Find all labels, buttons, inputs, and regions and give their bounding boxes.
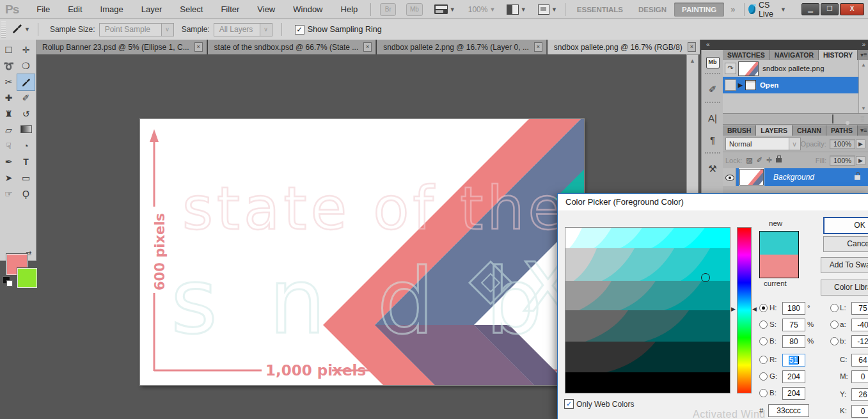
fill-value[interactable]: 100%	[830, 155, 855, 166]
doc-tab-sndbox-pallete[interactable]: sndbox pallete.png @ 16.7% (RGB/8) ×	[548, 40, 700, 54]
close-icon[interactable]: ×	[363, 42, 372, 52]
workspace-overflow-chevrons[interactable]: »	[724, 4, 740, 14]
lab-b-radio[interactable]	[830, 337, 839, 345]
chevron-down-icon[interactable]: ▼	[489, 6, 495, 13]
menu-view[interactable]: View	[248, 4, 284, 14]
history-source-checkbox[interactable]	[725, 79, 736, 91]
zoom-level[interactable]: 100%	[468, 5, 488, 14]
resize-grip[interactable]: ░	[860, 115, 864, 123]
b-radio[interactable]	[759, 337, 768, 345]
zoom-tool-icon[interactable]: Ϙ	[17, 186, 35, 202]
launch-mini-bridge-button[interactable]: Mb	[406, 3, 422, 16]
b2-input[interactable]: 204	[782, 387, 805, 400]
history-brush-source-icon[interactable]: ↷	[725, 63, 736, 74]
b2-radio[interactable]	[759, 389, 768, 397]
tab-brush[interactable]: BRUSH	[723, 125, 756, 136]
launch-bridge-button[interactable]: Br	[380, 3, 396, 16]
screen-mode-icon[interactable]	[538, 4, 549, 15]
history-snapshot-row[interactable]: ↷ sndbox pallete.png	[723, 60, 868, 77]
collapse-dock-icon[interactable]: «	[706, 40, 709, 50]
hue-slider[interactable]	[737, 227, 752, 393]
tab-layers[interactable]: LAYERS	[756, 125, 793, 136]
hue-slider-left-arrow-icon[interactable]: ▶	[731, 306, 736, 312]
layer-row-background[interactable]: Background	[723, 168, 868, 186]
m-input[interactable]: 0	[851, 370, 868, 383]
lock-all-icon[interactable]	[776, 158, 782, 162]
expand-dock-icon[interactable]: »	[862, 40, 864, 50]
r-input[interactable]: 51	[782, 354, 805, 367]
gradient-tool-icon[interactable]	[17, 122, 35, 138]
rectangle-tool-icon[interactable]: ▭	[17, 170, 35, 186]
color-field[interactable]	[565, 227, 730, 393]
y-input[interactable]: 26	[851, 388, 868, 401]
eyedropper-icon[interactable]	[12, 24, 22, 36]
doc-tab-sndbox-pallete-2[interactable]: sndbox pallete 2.png @ 16.7% (Layer 0, .…	[377, 40, 547, 54]
chevron-down-icon[interactable]: ▼	[551, 6, 557, 13]
c-input[interactable]: 64	[851, 354, 868, 367]
eyedropper-tool-icon[interactable]	[17, 74, 35, 90]
rectangular-marquee-tool-icon[interactable]: ☐	[0, 42, 17, 58]
minimize-button[interactable]: ▁	[801, 3, 819, 15]
pen-tool-icon[interactable]: ✒	[0, 154, 17, 170]
a-radio[interactable]	[830, 320, 839, 329]
scroll-up-icon[interactable]: ▲	[687, 55, 698, 64]
r-radio[interactable]	[759, 356, 768, 364]
tab-swatches[interactable]: SWATCHES	[723, 50, 770, 60]
menu-help[interactable]: Help	[332, 4, 367, 14]
s-input[interactable]: 75	[782, 319, 805, 331]
dialog-title[interactable]: Color Picker (Foreground Color)	[558, 194, 868, 210]
ok-button[interactable]: OK	[823, 217, 868, 234]
a-input[interactable]: -40	[851, 319, 868, 331]
menu-select[interactable]: Select	[171, 4, 212, 14]
close-icon[interactable]: ×	[534, 42, 542, 52]
show-sampling-ring-checkbox[interactable]: ✓	[295, 25, 304, 35]
smudge-tool-icon[interactable]: ☟	[0, 138, 17, 154]
l-input[interactable]: 75	[851, 302, 868, 315]
tool-presets-panel-icon[interactable]: ✐	[702, 79, 723, 100]
quick-selection-tool-icon[interactable]: ❍	[17, 58, 35, 74]
sample-dropdown[interactable]: All Layers ∨	[214, 23, 272, 36]
sample-size-dropdown[interactable]: Point Sample ∨	[99, 23, 174, 36]
chevron-down-icon[interactable]: ▼	[450, 6, 455, 13]
workspace-painting[interactable]: PAINTING	[674, 3, 724, 17]
g-input[interactable]: 204	[782, 370, 805, 383]
path-selection-tool-icon[interactable]: ➤	[0, 170, 17, 186]
panel-menu-icon[interactable]: ▾≡	[858, 50, 868, 60]
doc-tab-rollup-banner[interactable]: Rollup Banner 23.psd @ 5% (Ellipse 1, C.…	[36, 40, 207, 54]
l-radio[interactable]	[830, 304, 839, 312]
close-icon[interactable]: ×	[688, 42, 696, 52]
s-radio[interactable]	[759, 320, 768, 329]
fill-spinner-icon[interactable]: ▶	[856, 156, 865, 165]
close-icon[interactable]: ×	[194, 42, 203, 52]
lasso-tool-icon[interactable]: ➰	[0, 58, 17, 74]
chevron-down-icon[interactable]: ▼	[24, 26, 30, 33]
h-radio[interactable]	[759, 304, 768, 312]
h-input[interactable]: 180	[782, 302, 805, 315]
panel-grip[interactable]	[1, 21, 6, 38]
history-scrollbar[interactable]: ▲ ▼	[858, 60, 868, 113]
close-button[interactable]: X	[840, 3, 864, 15]
mini-bridge-panel-icon[interactable]: Mb	[702, 50, 723, 72]
menu-edit[interactable]: Edit	[59, 4, 91, 14]
tab-paths[interactable]: PATHS	[826, 125, 858, 136]
g-radio[interactable]	[759, 372, 768, 381]
tab-history[interactable]: HISTORY	[819, 50, 858, 60]
cancel-button[interactable]: Cancel	[823, 236, 868, 252]
doc-tab-state-of-sndbox[interactable]: state of the sndbox.psd @ 66.7% (State .…	[208, 40, 377, 54]
menu-window[interactable]: Window	[284, 4, 331, 14]
type-tool-icon[interactable]: T	[17, 154, 35, 170]
character-panel-icon[interactable]: A|	[702, 107, 723, 129]
hue-slider-right-arrow-icon[interactable]: ◀	[752, 306, 757, 312]
workspace-design[interactable]: DESIGN	[631, 3, 674, 17]
chevron-down-icon[interactable]: ▼	[521, 6, 526, 13]
tab-channels[interactable]: CHANN	[793, 125, 826, 136]
opacity-value[interactable]: 100%	[830, 139, 855, 149]
lab-b-input[interactable]: -12	[851, 335, 868, 348]
workspace-essentials[interactable]: ESSENTIALS	[569, 3, 631, 17]
cs-live-button[interactable]: CS Live ▼	[748, 1, 790, 19]
lock-position-icon[interactable]: ✛	[766, 156, 772, 164]
hand-tool-icon[interactable]: ☞	[0, 186, 17, 202]
tab-navigator[interactable]: NAVIGATOR	[770, 50, 819, 60]
eraser-tool-icon[interactable]: ▱	[0, 122, 17, 138]
k-input[interactable]: 0	[851, 405, 868, 418]
